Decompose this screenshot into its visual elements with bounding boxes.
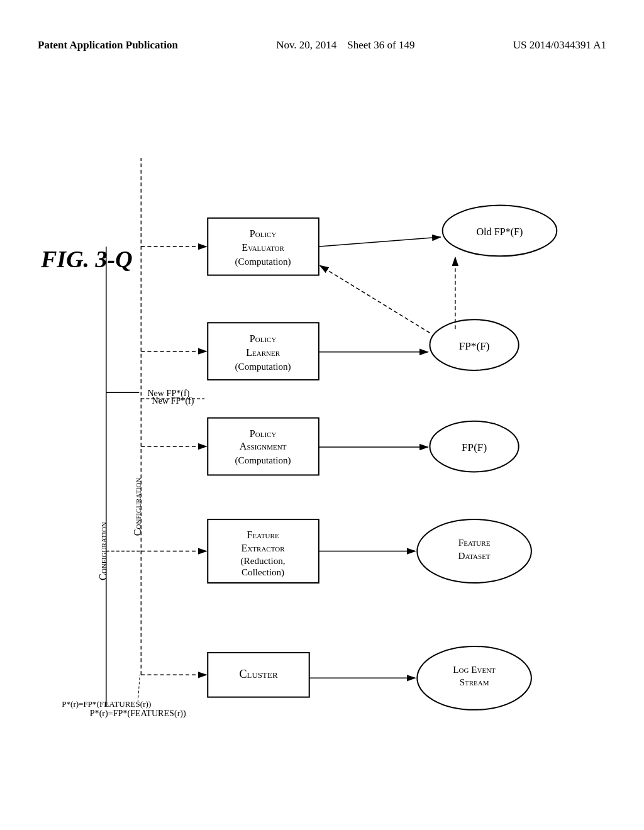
svg-line-52 — [138, 675, 140, 702]
svg-line-44 — [320, 265, 430, 333]
svg-text:Stream: Stream — [460, 677, 489, 687]
svg-text:Configuration: Configuration — [132, 478, 143, 536]
page-header: Patent Application Publication Nov. 20, … — [0, 38, 644, 53]
svg-text:(Computation): (Computation) — [235, 362, 291, 372]
svg-text:Collection): Collection) — [242, 567, 284, 578]
publication-title: Patent Application Publication — [38, 38, 178, 53]
svg-text:Policy: Policy — [250, 428, 277, 439]
svg-text:Evaluator: Evaluator — [242, 242, 284, 253]
svg-text:P*(r)=FP*(FEATURES(r)): P*(r)=FP*(FEATURES(r)) — [90, 708, 186, 719]
svg-text:FP(F): FP(F) — [462, 441, 487, 453]
svg-text:Policy: Policy — [250, 333, 277, 344]
svg-text:Assignment: Assignment — [240, 441, 287, 451]
diagram-container: Cluster Feature Extractor (Reduction, Co… — [31, 94, 625, 792]
svg-text:(Reduction,: (Reduction, — [241, 556, 286, 567]
publication-number: US 2014/0344391 A1 — [513, 38, 606, 53]
svg-text:Dataset: Dataset — [458, 551, 491, 561]
svg-text:Cluster: Cluster — [239, 668, 278, 680]
svg-text:Old FP*(F): Old FP*(F) — [476, 226, 523, 238]
svg-text:New FP*(f): New FP*(f) — [147, 388, 189, 399]
svg-text:Log Event: Log Event — [453, 665, 496, 675]
svg-line-43 — [319, 237, 441, 246]
svg-text:Feature: Feature — [247, 529, 279, 540]
svg-text:FP*(F): FP*(F) — [459, 340, 490, 352]
svg-text:Extractor: Extractor — [242, 543, 286, 553]
svg-text:Policy: Policy — [250, 228, 277, 239]
publication-date: Nov. 20, 2014 Sheet 36 of 149 — [276, 38, 414, 53]
svg-text:Feature: Feature — [458, 538, 491, 548]
svg-text:(Computation): (Computation) — [235, 455, 291, 466]
svg-text:Learner: Learner — [246, 347, 280, 358]
svg-text:(Computation): (Computation) — [235, 257, 291, 267]
